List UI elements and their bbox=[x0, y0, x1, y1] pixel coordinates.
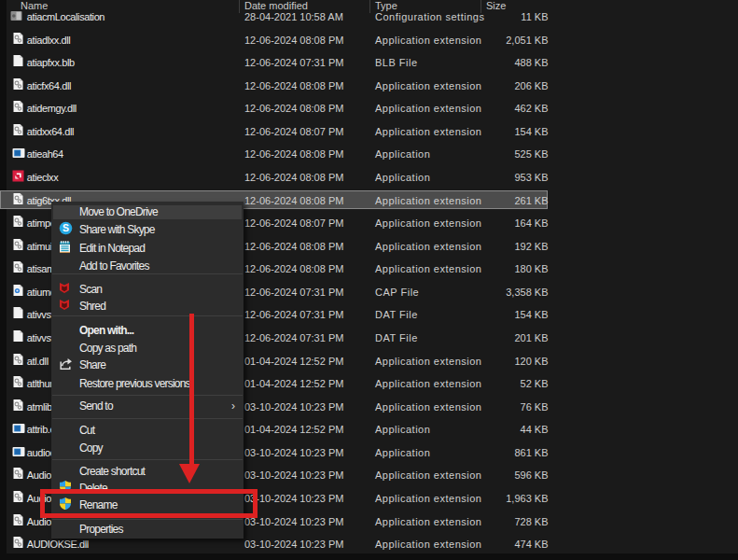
svg-text:S: S bbox=[62, 223, 68, 234]
